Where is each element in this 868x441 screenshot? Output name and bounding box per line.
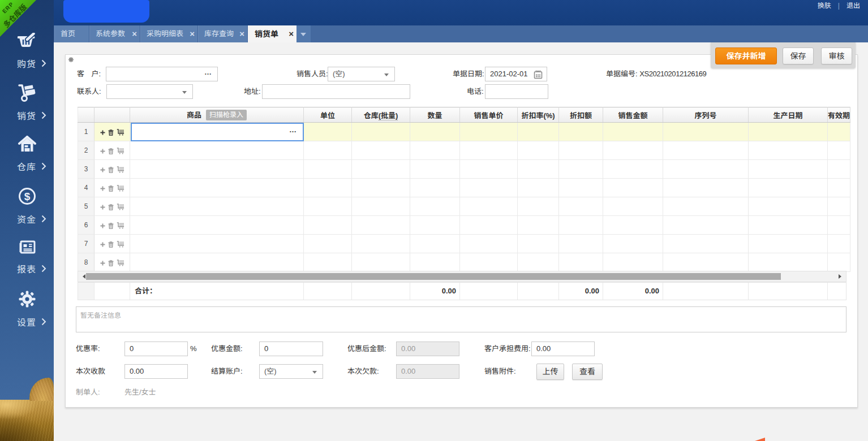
svg-text:$: $: [24, 191, 30, 202]
